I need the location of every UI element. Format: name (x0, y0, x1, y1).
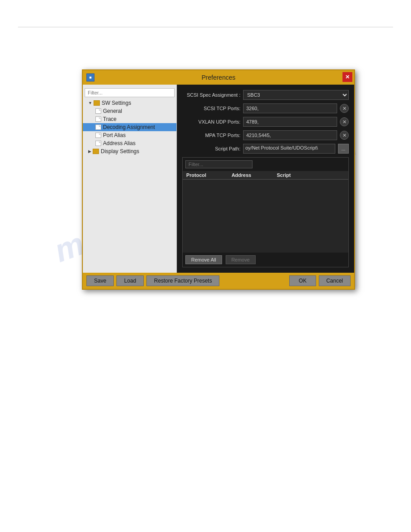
browse-button[interactable]: ... (338, 144, 349, 154)
sidebar-item-display-settings[interactable]: ▶ Display Settings (83, 147, 176, 155)
dialog-titlebar: ■ Preferences ✕ (83, 70, 354, 85)
sidebar-item-port-alias[interactable]: Port Alias (83, 131, 176, 139)
dialog-icon: ■ (86, 73, 94, 82)
address-alias-label: Address Alias (103, 140, 136, 146)
dialog-close-button[interactable]: ✕ (342, 72, 352, 82)
restore-factory-presets-button[interactable]: Restore Factory Presets (146, 275, 219, 286)
script-table-panel: Protocol Address Script Remove All Remov… (182, 157, 349, 267)
sidebar-item-decoding-assignment[interactable]: Decoding Assignment (83, 123, 176, 131)
mpa-tcp-row: MPA TCP Ports: ✕ (182, 130, 349, 140)
sw-settings-label: SW Settings (102, 100, 131, 106)
vxlan-udp-label: VXLAN UDP Ports: (182, 119, 240, 124)
col-header-protocol: Protocol (186, 172, 231, 178)
general-page-icon (95, 108, 101, 114)
sidebar-item-general[interactable]: General (83, 107, 176, 115)
col-header-script: Script (277, 172, 345, 178)
dialog-body: ▼ SW Settings General Trace (83, 85, 354, 273)
scsi-tcp-label: SCSI TCP Ports: (182, 106, 240, 111)
scsi-tcp-row: SCSI TCP Ports: ✕ (182, 103, 349, 113)
mpa-tcp-input[interactable] (243, 130, 337, 140)
trace-page-icon (95, 116, 101, 122)
trace-label: Trace (103, 116, 116, 122)
dialog-title: Preferences (201, 74, 235, 81)
script-path-row: Script Path: oy/Net Protocol Suite/UDOSc… (182, 144, 349, 154)
inner-buttons-row: Remove All Remove (183, 253, 348, 267)
scsi-spec-select[interactable]: SBC3 SBC2 SBC MMC (243, 90, 349, 100)
col-header-address: Address (231, 172, 277, 178)
mpa-tcp-clear-button[interactable]: ✕ (340, 131, 349, 140)
sidebar-item-sw-settings[interactable]: ▼ SW Settings (83, 99, 176, 107)
vxlan-udp-input[interactable] (243, 117, 337, 127)
tree-filter-input[interactable] (85, 88, 175, 97)
scsi-spec-row: SCSI Spec Assignment : SBC3 SBC2 SBC MMC (182, 90, 349, 100)
scsi-tcp-clear-button[interactable]: ✕ (340, 104, 349, 113)
sidebar-item-address-alias[interactable]: Address Alias (83, 139, 176, 147)
load-button[interactable]: Load (116, 275, 144, 286)
remove-button[interactable]: Remove (226, 255, 256, 264)
table-header: Protocol Address Script (183, 171, 348, 180)
mpa-tcp-label: MPA TCP Ports: (182, 133, 240, 138)
decoding-assignment-label: Decoding Assignment (103, 124, 155, 130)
preferences-dialog: ■ Preferences ✕ ▼ SW Settings General (82, 69, 355, 290)
tree-panel: ▼ SW Settings General Trace (83, 85, 177, 273)
table-body (183, 180, 348, 253)
script-path-display: oy/Net Protocol Suite/UDOScript\ (243, 144, 335, 154)
inner-filter-input[interactable] (185, 160, 253, 168)
dialog-footer: Save Load Restore Factory Presets OK Can… (83, 273, 354, 289)
vxlan-udp-clear-button[interactable]: ✕ (340, 117, 349, 126)
scsi-spec-label: SCSI Spec Assignment : (182, 92, 240, 98)
vxlan-udp-row: VXLAN UDP Ports: ✕ (182, 117, 349, 127)
sw-settings-arrow: ▼ (88, 101, 92, 105)
general-label: General (103, 108, 122, 114)
decoding-page-icon (95, 124, 101, 130)
settings-panel: SCSI Spec Assignment : SBC3 SBC2 SBC MMC… (177, 85, 354, 273)
sidebar-item-trace[interactable]: Trace (83, 115, 176, 123)
cancel-button[interactable]: Cancel (319, 275, 351, 286)
page-top-divider (18, 27, 393, 27)
ok-button[interactable]: OK (289, 275, 316, 286)
sw-settings-folder-icon (94, 100, 100, 106)
port-alias-label: Port Alias (103, 132, 126, 138)
port-alias-page-icon (95, 133, 101, 138)
remove-all-button[interactable]: Remove All (185, 255, 222, 264)
scsi-tcp-input[interactable] (243, 103, 337, 113)
save-button[interactable]: Save (86, 275, 114, 286)
display-settings-label: Display Settings (101, 148, 139, 154)
display-settings-folder-icon (93, 149, 99, 154)
address-alias-page-icon (95, 141, 101, 146)
script-path-label: Script Path: (182, 146, 240, 151)
display-settings-arrow: ▶ (88, 149, 91, 154)
